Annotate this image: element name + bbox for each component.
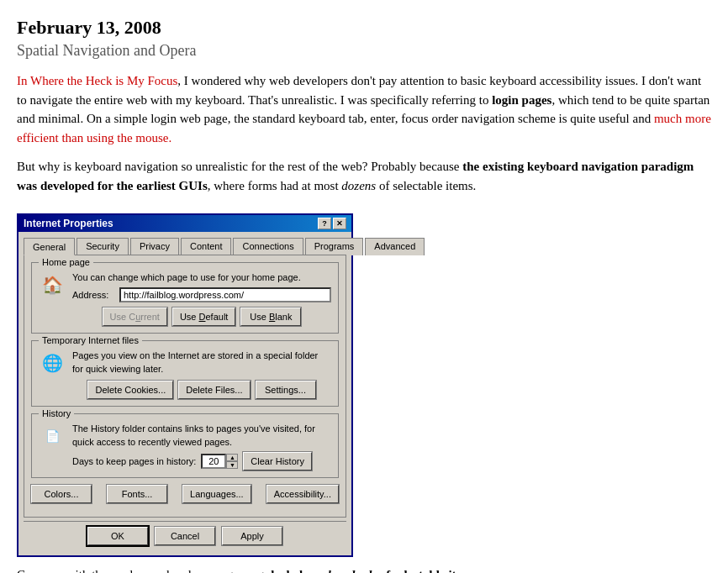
days-spinner: ▲ ▼ <box>201 454 238 469</box>
tab-security[interactable]: Security <box>76 238 129 255</box>
fonts-button[interactable]: Fonts... <box>107 485 167 503</box>
temp-files-buttons: Delete Cookies... Delete Files... Settin… <box>72 381 331 399</box>
internet-properties-dialog: Internet Properties ? ✕ General Security… <box>17 213 353 557</box>
apply-button[interactable]: Apply <box>222 527 282 545</box>
dialog-content: General Security Privacy Content Connect… <box>18 232 351 555</box>
history-icon: 📄 <box>39 423 66 449</box>
spinner-up[interactable]: ▲ <box>226 454 238 461</box>
colors-button[interactable]: Colors... <box>31 485 92 503</box>
ok-button[interactable]: OK <box>87 527 148 545</box>
post-date: February 13, 2008 <box>17 17 711 39</box>
help-button[interactable]: ? <box>318 218 331 229</box>
post-subtitle: Spatial Navigation and Opera <box>17 42 711 60</box>
use-current-button[interactable]: Use Current <box>103 308 167 326</box>
temp-files-content: 🌐 Pages you view on the Internet are sto… <box>39 350 331 399</box>
accessibility-button[interactable]: Accessibility... <box>266 485 339 503</box>
use-default-button[interactable]: Use Default <box>172 308 236 326</box>
bottom-buttons-row: Colors... Fonts... Languages... Accessib… <box>31 485 339 503</box>
footer-paragraph: Compare with the modern web, where pages… <box>17 565 711 573</box>
history-description: The History folder contains links to pag… <box>72 423 331 449</box>
address-label: Address: <box>72 290 116 300</box>
home-page-buttons: Use Current Use Default Use Blank <box>72 308 331 326</box>
tab-connections[interactable]: Connections <box>233 238 303 255</box>
days-label: Days to keep pages in history: <box>72 456 196 466</box>
tab-privacy[interactable]: Privacy <box>130 238 179 255</box>
delete-files-button[interactable]: Delete Files... <box>178 381 250 399</box>
dialog-wrapper: Internet Properties ? ✕ General Security… <box>17 213 353 557</box>
tab-general[interactable]: General <box>24 238 75 255</box>
home-icon: 🏠 <box>39 271 66 298</box>
use-blank-button[interactable]: Use Blank <box>240 308 301 326</box>
close-button[interactable]: ✕ <box>333 218 346 229</box>
home-page-section: Home page 🏠 You can change which page to… <box>31 262 339 334</box>
address-row: Address: <box>72 287 331 302</box>
temp-files-description: Pages you view on the Internet are store… <box>72 350 331 376</box>
dialog-titlebar: Internet Properties ? ✕ <box>18 215 351 232</box>
history-days-row: Days to keep pages in history: ▲ ▼ Clear… <box>72 452 331 470</box>
temp-files-icon: 🌐 <box>39 350 66 376</box>
titlebar-controls: ? ✕ <box>318 218 346 229</box>
temp-files-label: Temporary Internet files <box>39 335 142 345</box>
home-page-description: You can change which page to use for you… <box>72 271 331 284</box>
tab-advanced[interactable]: Advanced <box>365 238 425 255</box>
history-section: History 📄 The History folder contains li… <box>31 413 339 478</box>
link-more-efficient[interactable]: much more efficient than using the mouse… <box>17 112 711 145</box>
spinner-buttons: ▲ ▼ <box>226 454 238 469</box>
paragraph-2: But why is keyboard navigation so unreal… <box>17 157 711 195</box>
temp-files-section: Temporary Internet files 🌐 Pages you vie… <box>31 340 339 407</box>
clear-history-button[interactable]: Clear History <box>243 452 312 470</box>
dialog-footer: OK Cancel Apply <box>24 521 346 550</box>
history-label: History <box>39 408 74 418</box>
link-where-heck[interactable]: In Where the Heck is My Focus <box>17 74 177 87</box>
history-content: 📄 The History folder contains links to p… <box>39 423 331 470</box>
tab-content[interactable]: Content <box>181 238 232 255</box>
settings-button[interactable]: Settings... <box>256 381 316 399</box>
tab-panel-general: Home page 🏠 You can change which page to… <box>24 255 346 518</box>
tab-bar: General Security Privacy Content Connect… <box>24 237 346 255</box>
days-input[interactable] <box>201 454 226 469</box>
home-page-content: 🏠 You can change which page to use for y… <box>39 271 331 326</box>
cancel-button[interactable]: Cancel <box>155 527 215 545</box>
home-page-label: Home page <box>39 257 93 267</box>
spinner-down[interactable]: ▼ <box>226 461 238 469</box>
paragraph-1: In Where the Heck is My Focus, I wondere… <box>17 71 711 147</box>
tab-programs[interactable]: Programs <box>305 238 364 255</box>
languages-button[interactable]: Languages... <box>182 485 251 503</box>
dialog-title-text: Internet Properties <box>24 218 113 229</box>
delete-cookies-button[interactable]: Delete Cookies... <box>87 381 173 399</box>
address-input[interactable] <box>119 287 331 302</box>
dialog-title-area: Internet Properties <box>24 218 113 229</box>
